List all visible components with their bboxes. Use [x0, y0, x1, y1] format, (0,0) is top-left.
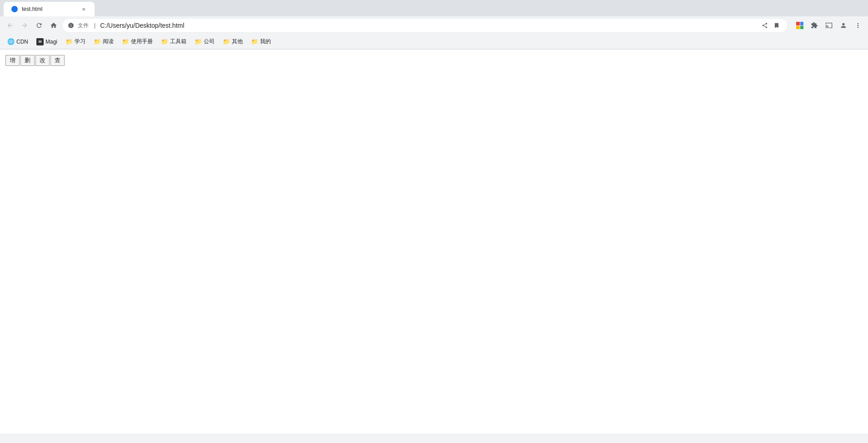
browser-chrome: test.html ✕ 文件 | [0, 0, 868, 50]
tab-favicon-circle [11, 6, 18, 12]
bookmark-toolbox[interactable]: 📁 工具箱 [157, 36, 190, 47]
bookmark-xuexi-label: 学习 [75, 38, 85, 45]
status-bar [0, 434, 868, 443]
tab-bar: test.html ✕ [0, 0, 868, 16]
bookmark-other[interactable]: 📁 其他 [219, 36, 246, 47]
tab-title: test.html [22, 6, 76, 12]
cast-button[interactable] [823, 19, 835, 32]
bookmark-button[interactable] [771, 20, 782, 31]
bookmark-company[interactable]: 📁 公司 [191, 36, 218, 47]
tab-favicon [11, 5, 18, 13]
profile-button[interactable] [837, 19, 850, 32]
bookmark-yuedu-label: 阅读 [103, 38, 114, 45]
cdn-globe-icon: 🌐 [7, 38, 15, 45]
folder-icon-yuedu: 📁 [94, 38, 101, 45]
back-button[interactable] [4, 19, 16, 32]
folder-icon-company: 📁 [195, 38, 202, 45]
address-bar-container[interactable]: 文件 | [62, 18, 788, 33]
active-tab[interactable]: test.html ✕ [4, 2, 95, 16]
forward-button[interactable] [18, 19, 31, 32]
protocol-separator: | [94, 22, 95, 29]
bookmark-mine[interactable]: 📁 我的 [247, 36, 275, 47]
bookmark-other-label: 其他 [232, 38, 243, 45]
magi-icon: M [36, 38, 44, 45]
bookmark-yuedu[interactable]: 📁 阅读 [90, 36, 117, 47]
colorful-icon-button[interactable] [793, 19, 806, 32]
colorful-grid-icon [796, 22, 803, 29]
menu-button[interactable] [852, 19, 864, 32]
edit-button[interactable]: 改 [35, 55, 50, 66]
bookmarks-bar: 🌐 CDN M Magi 📁 学习 📁 阅读 📁 使用手册 📁 工具箱 📁 公司 [0, 35, 868, 49]
folder-icon-mine: 📁 [251, 38, 258, 45]
folder-icon-other: 📁 [223, 38, 230, 45]
address-bar-actions [759, 20, 782, 31]
bookmark-magi-label: Magi [45, 39, 57, 45]
query-button[interactable]: 查 [50, 55, 65, 66]
folder-icon-manual: 📁 [122, 38, 129, 45]
page-buttons: 增 删 改 查 [4, 53, 864, 68]
tab-close-button[interactable]: ✕ [80, 5, 87, 13]
bookmark-manual[interactable]: 📁 使用手册 [118, 36, 156, 47]
browser-actions [793, 19, 864, 32]
bookmark-cdn-label: CDN [16, 39, 28, 45]
folder-icon-xuexi: 📁 [65, 38, 73, 45]
bookmark-magi[interactable]: M Magi [33, 37, 61, 47]
bookmark-company-label: 公司 [204, 38, 215, 45]
share-page-button[interactable] [759, 20, 770, 31]
bookmark-mine-label: 我的 [260, 38, 271, 45]
folder-icon-toolbox: 📁 [161, 38, 168, 45]
home-button[interactable] [47, 19, 60, 32]
bookmark-xuexi[interactable]: 📁 学习 [62, 36, 89, 47]
reload-button[interactable] [33, 19, 45, 32]
bookmark-toolbox-label: 工具箱 [170, 38, 186, 45]
page-content: 增 删 改 查 [0, 50, 868, 443]
protocol-label: 文件 [78, 22, 89, 30]
nav-bar: 文件 | [0, 16, 868, 35]
security-icon [68, 22, 74, 29]
bookmark-manual-label: 使用手册 [131, 38, 153, 45]
extensions-button[interactable] [808, 19, 821, 32]
address-input[interactable] [100, 22, 756, 29]
bookmark-cdn[interactable]: 🌐 CDN [4, 37, 32, 46]
add-button[interactable]: 增 [5, 55, 20, 66]
delete-button[interactable]: 删 [20, 55, 35, 66]
